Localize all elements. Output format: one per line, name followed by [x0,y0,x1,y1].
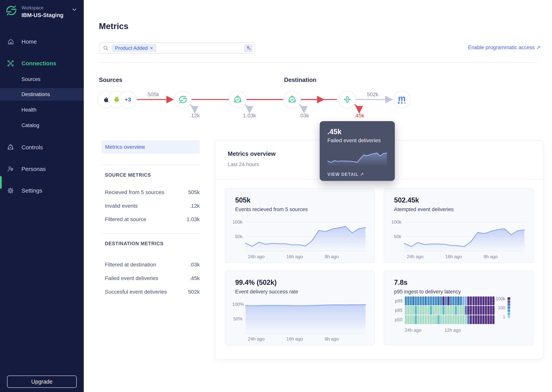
heatmap-cell [405,315,407,324]
sidebar-item-connections[interactable]: Connections [0,58,84,69]
heatmap-cell [450,296,452,305]
heatmap-cell [462,296,465,305]
tick-label: p99 [391,298,402,304]
sidebar-item-label: Sources [22,76,40,82]
sidebar-item-label: Personas [22,166,46,172]
sidebar: Workspace IBM-US-Staging Home Connection… [0,0,84,392]
heatmap-cell [470,315,472,324]
view-detail-link[interactable]: VIEW DETAIL ↗ [327,172,387,177]
legend-swatch [508,312,510,315]
card-success-rate: 99.4% (502k) Event delivery success rate… [225,270,375,345]
heatmap-cell [430,306,432,315]
attempted-deliveries-chart: 100k50k24h ago16h ago8h ago [391,217,527,259]
search-input[interactable]: Product Added × [99,42,255,54]
heatmap-cell [482,296,485,305]
connections-icon [7,60,14,67]
panel-nav-metrics-overview[interactable]: Metrics overview [102,140,200,154]
heatmap-cell [465,306,467,315]
destination-filter-node[interactable] [339,91,356,108]
heatmap-cell [482,315,485,324]
heatmap-cell [415,306,417,315]
tick-label: 16h ago [286,254,303,259]
sidebar-item-destinations[interactable]: Destinations [0,88,84,101]
heatmap-cell [432,296,435,305]
card-latency: 7.8s p95 ingest to delivery latency p99p… [384,270,534,345]
legend-swatch [508,300,510,303]
enable-programmatic-access-link[interactable]: Enable programmatic access ↗ [468,44,540,50]
workspace-switcher[interactable]: Workspace IBM-US-Staging [22,5,64,18]
controls-node-source[interactable] [229,91,247,108]
heatmap-cell [487,306,489,315]
segment-node[interactable] [174,91,192,108]
sidebar-item-controls[interactable]: Controls [0,142,84,153]
heatmap-cell [405,296,407,305]
sidebar-item-personas[interactable]: Personas [0,164,84,174]
remove-tag-icon[interactable]: × [150,45,153,51]
metric-value: .12k [189,203,200,209]
heatmap-cell [440,296,442,305]
heatmap-cell [450,306,452,315]
filter-tag-label: Product Added [115,45,148,51]
heatmap-cell [475,296,477,305]
failed-deliveries-tooltip: .45k Failed event deliveries VIEW DETAIL… [320,121,395,181]
sidebar-item-catalog[interactable]: Catalog [0,121,84,130]
heatmap-cell [407,306,409,315]
legend-swatch [508,303,510,306]
sidebar-item-sources[interactable]: Sources [0,75,84,84]
heatmap-cell [457,296,459,305]
tick-label: 24h ago [248,336,265,342]
tick-label: 100% [232,302,242,307]
tick-label: 50k [391,234,401,239]
heatmap-cell [440,315,442,324]
card-label: Events recieved from 5 sources [235,207,308,212]
heatmap-cell [472,306,475,315]
heatmap-cell [417,306,419,315]
tick-label: p50 [391,317,402,322]
header-divider [99,63,538,63]
heatmap-cell [445,306,447,315]
card-label: Atempted event deliveries [394,207,454,212]
heatmap-cell [417,315,419,324]
heatmap-cell [452,296,454,305]
sidebar-item-home[interactable]: Home [0,36,84,47]
tooltip-value: .45k [327,128,387,136]
heatmap-cell [428,315,429,324]
heatmap-cell [428,296,429,305]
upgrade-button[interactable]: Upgrade [7,376,77,388]
workspace-label: Workspace [22,5,64,11]
sidebar-item-label: Controls [22,144,43,151]
metric-value: 1.03k [187,216,200,222]
tick-label: 50k [232,234,242,239]
filter-button[interactable] [244,44,253,52]
legend-label: 100 [491,305,505,310]
heatmap-cell [460,315,462,324]
tooltip-sparkline [327,147,387,168]
heatmap-cell [412,306,414,315]
metric-row: Failed event deliveries .45k [105,275,200,281]
card-value: 99.4% (502k) [235,279,276,287]
heatmap-cell [422,306,424,315]
source-node-more[interactable]: +3 [119,91,137,108]
heatmap-cell [420,315,422,324]
heatmap-cell [412,315,414,324]
heatmap-cell [425,315,427,324]
chevron-down-icon[interactable] [71,7,77,13]
heatmap-cell [480,296,482,305]
heatmap-cell [445,296,447,305]
sidebar-item-label: Connections [22,60,56,67]
heatmap-cell [467,306,469,315]
heatmap-cell [465,296,467,305]
card-value: 502.45k [394,196,419,204]
flow-invalid-label: .12k [179,112,210,119]
heatmap-cell [455,306,457,315]
heatmap-cell [447,315,450,324]
tooltip-label: Failed event deliveries [327,137,387,144]
mixpanel-node[interactable]: m [393,91,411,108]
sidebar-item-settings[interactable]: Settings [0,185,84,196]
controls-node-destination[interactable] [283,91,301,108]
card-attempted-deliveries: 502.45k Atempted event deliveries 100k50… [384,188,534,263]
sidebar-item-health[interactable]: Health [0,105,84,114]
tick-label: 100k [232,219,242,225]
legend-label: 1 [491,314,505,319]
heatmap-cell [465,315,467,324]
